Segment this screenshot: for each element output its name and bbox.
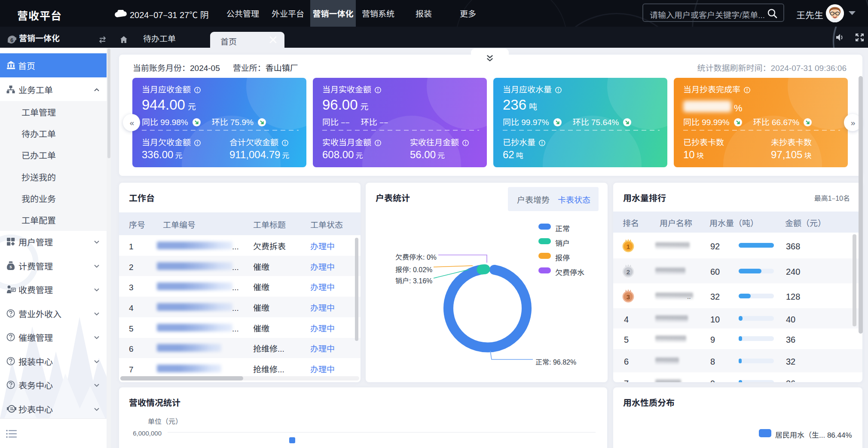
svg-text:2: 2 [627, 267, 630, 276]
svg-text:s: s [9, 263, 12, 270]
svg-text:6: 6 [10, 36, 13, 44]
svg-text:3: 3 [627, 292, 630, 301]
svg-text:1: 1 [627, 242, 630, 251]
